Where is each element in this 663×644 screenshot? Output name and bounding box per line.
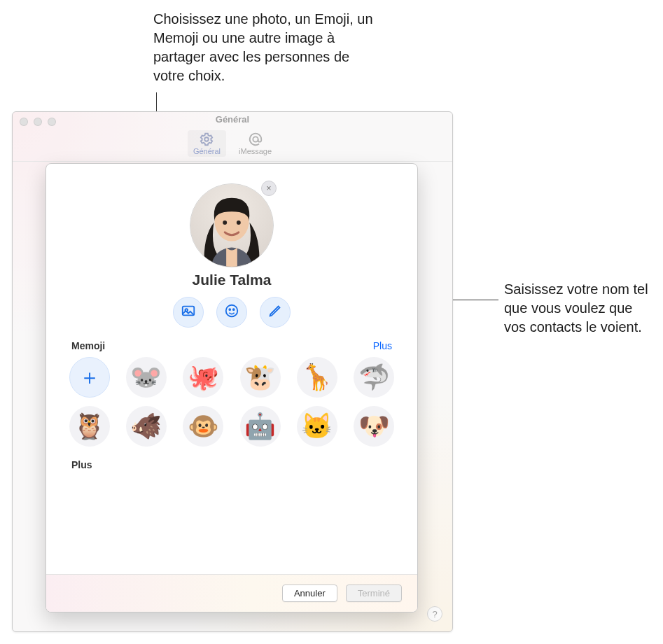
memoji-dog[interactable]: 🐶	[354, 406, 394, 447]
callout-right: Saisissez votre nom tel que vous voulez …	[504, 280, 655, 337]
svg-point-5	[237, 220, 241, 225]
memoji-giraffe[interactable]: 🦒	[297, 357, 337, 398]
memoji-grid: ＋🐭🐙🐮🦒🦈🦉🐗🐵🤖🐱🐶	[46, 351, 417, 447]
image-source-buttons	[46, 297, 417, 328]
sheet-footer: Annuler Terminé	[46, 574, 417, 612]
photo-picker-button[interactable]	[173, 297, 204, 328]
emoji-picker-button[interactable]	[216, 297, 247, 328]
memoji-shark[interactable]: 🦈	[354, 357, 394, 398]
memoji-owl[interactable]: 🦉	[69, 406, 110, 447]
memoji-cat[interactable]: 🐱	[297, 406, 337, 447]
callout-top: Choisissez une photo, un Emoji, un Memoj…	[153, 10, 384, 85]
memoji-section-header: Memoji Plus	[46, 340, 417, 351]
memoji-heading: Memoji	[71, 340, 105, 351]
display-name-field[interactable]: Julie Talma	[46, 272, 417, 288]
svg-point-10	[233, 309, 235, 310]
close-icon: ×	[266, 183, 271, 193]
profile-photo[interactable]	[190, 183, 274, 267]
plus-section-heading: Plus	[46, 447, 417, 470]
cancel-button[interactable]: Annuler	[282, 584, 337, 602]
profile-photo-illustration	[190, 184, 273, 267]
memoji-monkey[interactable]: 🐵	[183, 406, 223, 447]
share-name-photo-sheet: × Julie Talma Memoji Plus	[46, 163, 418, 612]
svg-point-9	[229, 309, 230, 310]
done-button[interactable]: Terminé	[346, 584, 402, 602]
avatar-container: ×	[190, 183, 274, 267]
memoji-mouse[interactable]: 🐭	[126, 357, 167, 398]
memoji-cow[interactable]: 🐮	[240, 357, 281, 398]
edit-button[interactable]	[260, 297, 291, 328]
svg-point-8	[226, 305, 238, 317]
pencil-icon	[267, 303, 283, 321]
memoji-more-link[interactable]: Plus	[373, 340, 392, 351]
svg-point-4	[223, 220, 227, 225]
photo-icon	[181, 303, 196, 321]
preferences-window: Général Général iMessage	[12, 111, 453, 632]
memoji-octopus[interactable]: 🐙	[183, 357, 223, 398]
smiley-icon	[224, 303, 239, 321]
add-memoji[interactable]: ＋	[69, 357, 110, 398]
memoji-robot[interactable]: 🤖	[240, 406, 281, 447]
memoji-boar[interactable]: 🐗	[126, 406, 167, 447]
remove-photo-button[interactable]: ×	[261, 181, 277, 196]
